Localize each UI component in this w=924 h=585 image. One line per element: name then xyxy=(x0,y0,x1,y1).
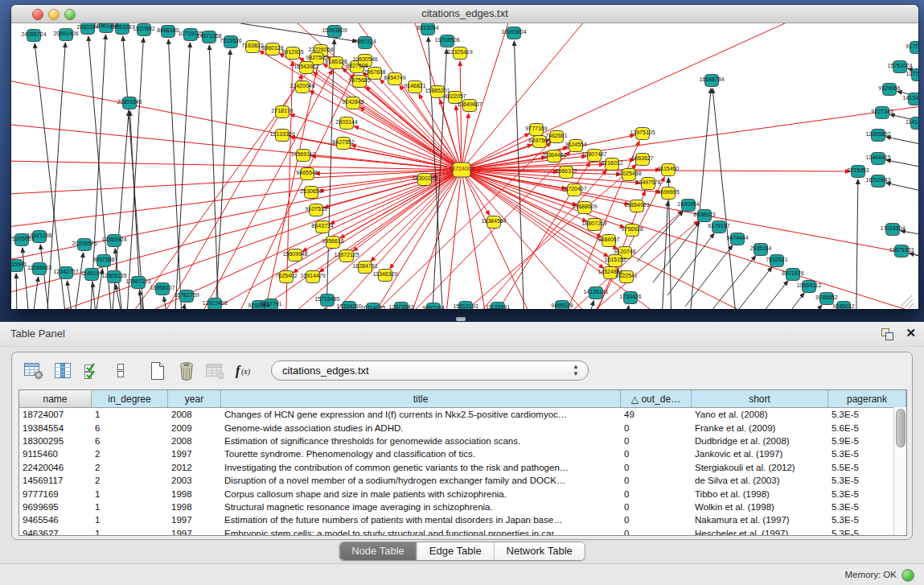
citation-edge-red[interactable] xyxy=(11,72,462,170)
close-panel-icon[interactable]: ✕ xyxy=(906,326,916,340)
network-canvas[interactable]: 1872400718300295193845547163822886012889… xyxy=(11,23,918,309)
table-row[interactable]: 2242004622012Investigating the contribut… xyxy=(19,461,906,474)
canvas-resize-grip[interactable] xyxy=(905,299,913,307)
new-document-button[interactable] xyxy=(146,360,170,382)
node-label: 24055724 xyxy=(21,31,46,37)
citation-edge-black[interactable] xyxy=(886,137,918,146)
table-row[interactable]: 1872400712008Changes of HCN gene express… xyxy=(19,408,906,421)
splitter-grip[interactable] xyxy=(456,317,466,321)
citation-edge-black[interactable] xyxy=(170,304,185,309)
citation-edge-red[interactable] xyxy=(92,170,462,309)
node-label: 8813054 xyxy=(417,25,438,31)
tab-node-table[interactable]: Node Table xyxy=(339,542,417,560)
column-header-pagerank[interactable]: pagerank xyxy=(828,390,906,407)
citation-edge-red[interactable] xyxy=(11,160,462,170)
column-header-out_de[interactable]: △ out_de… xyxy=(621,390,692,407)
node-label: 10653287 xyxy=(109,24,134,30)
citation-edge-black[interactable] xyxy=(574,301,593,309)
tab-network-table[interactable]: Network Table xyxy=(494,542,585,560)
table-toolbar: f (x) citations_edges.txt ▲▼ xyxy=(12,352,912,389)
canvas-resize-grip[interactable] xyxy=(901,295,912,307)
node-label: 8466160 xyxy=(157,27,179,33)
citation-edge-black[interactable] xyxy=(209,45,220,309)
vertical-scrollbar[interactable] xyxy=(893,407,906,535)
citation-edge-red[interactable] xyxy=(462,170,618,249)
float-panel-icon[interactable] xyxy=(881,328,893,340)
node-label: 20364486 xyxy=(541,152,566,158)
citation-edge-red[interactable] xyxy=(324,170,462,208)
table-cell: 0 xyxy=(621,449,692,459)
citation-edge-black[interactable] xyxy=(325,39,335,309)
node-label: 17334260 xyxy=(336,303,361,309)
table-row[interactable]: 969969511998Structural magnetic resonanc… xyxy=(19,501,906,513)
citation-edge-black[interactable] xyxy=(212,50,230,309)
citation-edge-black[interactable] xyxy=(685,89,711,309)
column-header-in_degree[interactable]: in_degree xyxy=(92,390,168,407)
node-label: 12923468 xyxy=(202,300,227,306)
table-cell: 1997 xyxy=(168,449,221,459)
column-header-name[interactable]: name xyxy=(19,390,92,407)
citation-edge-black[interactable] xyxy=(704,256,756,309)
show-column-button[interactable] xyxy=(51,360,75,382)
tab-edge-table[interactable]: Edge Table xyxy=(417,542,494,560)
citation-edge-black[interactable] xyxy=(140,290,152,309)
column-header-year[interactable]: year xyxy=(168,390,221,407)
table-row[interactable]: 1456911722003Disruption of a novel membe… xyxy=(19,474,906,487)
citation-edge-black[interactable] xyxy=(758,293,804,309)
delete-button[interactable] xyxy=(175,360,199,382)
citation-edge-red[interactable] xyxy=(11,170,462,233)
node-label: 8860128 xyxy=(261,45,283,51)
citation-edge-black[interactable] xyxy=(16,274,18,309)
citation-edge-red[interactable] xyxy=(371,170,462,262)
citation-edge-red[interactable] xyxy=(462,113,469,170)
citation-edge-black[interactable] xyxy=(659,201,667,309)
table-row[interactable]: 1830029562008Estimation of significance … xyxy=(19,435,906,447)
citation-edge-black[interactable] xyxy=(616,306,629,309)
citation-edge-black[interactable] xyxy=(886,160,918,168)
network-desktop-background: citations_edges.txt 18724007183002951938… xyxy=(0,0,924,322)
citation-edge-black[interactable] xyxy=(886,183,918,192)
node-table: namein_degreeyeartitle△ out_de…shortpage… xyxy=(18,389,907,536)
citation-network-graph[interactable]: 1872400718300295193845547163822886012889… xyxy=(11,23,918,309)
citation-edge-black[interactable] xyxy=(910,253,918,258)
citation-edge-red[interactable] xyxy=(360,107,462,170)
column-header-title[interactable]: title xyxy=(221,390,621,407)
node-label: 15609948 xyxy=(282,251,307,257)
network-window-titlebar[interactable]: citations_edges.txt xyxy=(11,5,918,23)
node-label: 3624554 xyxy=(565,142,586,147)
table-row[interactable]: 911546021997Tourette syndrome. Phenomeno… xyxy=(19,447,906,460)
column-header-short[interactable]: short xyxy=(692,390,828,407)
table-row[interactable]: 946554611997Estimation of the future num… xyxy=(19,513,906,526)
citation-edge-black[interactable] xyxy=(740,281,788,309)
citation-edge-red[interactable] xyxy=(357,170,462,309)
import-table-button-disabled xyxy=(203,360,228,382)
node-label: 12505135 xyxy=(101,273,126,278)
table-row[interactable]: 946362711997Embryonic stem cells: a mode… xyxy=(19,527,906,536)
table-settings-button[interactable] xyxy=(22,360,46,382)
table-selector-dropdown[interactable]: citations_edges.txt ▲▼ xyxy=(271,360,589,381)
citation-edge-red[interactable] xyxy=(11,170,462,269)
node-label: 10025458 xyxy=(616,171,641,176)
node-label: 8643734 xyxy=(311,223,333,229)
table-cell: 0 xyxy=(621,529,692,536)
canvas-resize-grip[interactable] xyxy=(909,303,914,308)
table-row[interactable]: 977716911998Corpus callosum shape and si… xyxy=(19,487,906,500)
citation-edge-black[interactable] xyxy=(901,231,918,236)
citation-edge-red[interactable] xyxy=(340,170,462,238)
table-cell: Corpus callosum shape and size in male p… xyxy=(221,489,621,499)
node-label: 6179197 xyxy=(708,223,729,229)
function-builder-button[interactable]: f (x) xyxy=(232,360,260,382)
table-cell: Investigating the contribution of common… xyxy=(221,463,621,472)
scrollbar-thumb[interactable] xyxy=(896,409,906,447)
table-cell: 0 xyxy=(621,423,692,433)
citation-edge-black[interactable] xyxy=(88,35,105,309)
select-all-button[interactable] xyxy=(80,360,104,382)
memory-status-icon[interactable] xyxy=(901,569,914,582)
citation-edge-black[interactable] xyxy=(685,245,733,307)
citation-edge-black[interactable] xyxy=(307,308,325,309)
citation-edge-red[interactable] xyxy=(462,23,856,170)
table-row[interactable]: 1938455462009Genome-wide association stu… xyxy=(19,421,906,434)
unselect-all-button[interactable] xyxy=(109,360,133,382)
citation-edge-black[interactable] xyxy=(713,89,741,309)
citation-edge-black[interactable] xyxy=(775,305,822,309)
